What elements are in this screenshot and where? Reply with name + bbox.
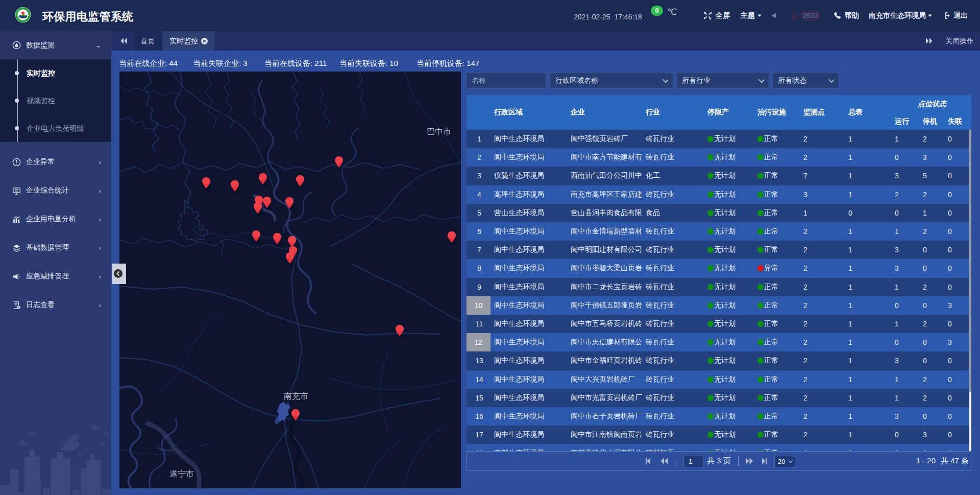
svg-text:遂宁市: 遂宁市 [169, 469, 194, 478]
svg-text:巴中市: 巴中市 [427, 127, 451, 136]
svg-text:南充市: 南充市 [284, 392, 308, 400]
